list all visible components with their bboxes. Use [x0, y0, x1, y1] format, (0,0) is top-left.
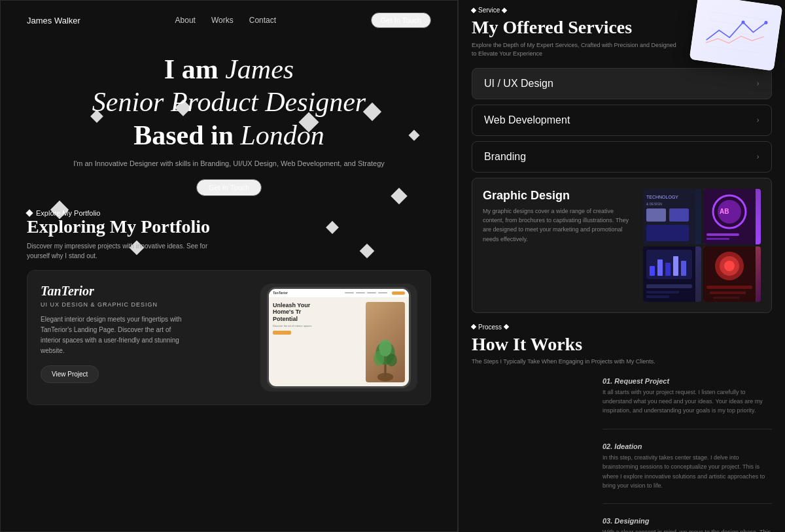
project-mockup: TanTerior Unleash YourHome's T [260, 284, 417, 391]
svg-rect-17 [669, 208, 689, 222]
hero-subtitle: I'm an Innovative Designer with skills i… [40, 158, 418, 170]
view-project-button[interactable]: View Project [41, 365, 99, 383]
tag-diamond-icon [502, 7, 507, 12]
process-step-desc: It all starts with your project request.… [602, 388, 772, 416]
tag-diamond-icon [504, 324, 509, 329]
chevron-right-icon: › [756, 152, 759, 162]
service-desc: Explore the Depth of My Expert Services,… [472, 41, 681, 59]
tablet-frame: TanTerior Unleash YourHome's T [267, 287, 411, 388]
project-type: UI UX DESIGN & GRAPHIC DESIGN [41, 301, 247, 308]
svg-rect-39 [706, 286, 752, 289]
process-step-3: 03. Designing With a clear concept in mi… [602, 517, 772, 532]
tablet-logo: TanTerior [273, 291, 288, 295]
service-item-label: Branding [484, 151, 526, 163]
svg-text:TECHNOLOGY: TECHNOLOGY [646, 195, 678, 199]
process-title: How It Works [472, 333, 772, 356]
chevron-right-icon: › [756, 78, 759, 89]
nav-link-contact[interactable]: Contact [249, 16, 276, 25]
nav-link-works[interactable]: Works [211, 16, 234, 25]
right-panel: Service My Offered Services Explore the … [458, 0, 785, 532]
graphic-design-card: Graphic Design My graphic designs cover … [472, 178, 772, 313]
service-item-uiux[interactable]: UI / UX Design › [472, 68, 772, 99]
tablet-nav-item [345, 292, 354, 293]
project-name: TanTerior [41, 284, 247, 299]
service-header: Service My Offered Services Explore the … [472, 7, 772, 59]
service-item-label: Web Development [484, 114, 570, 126]
svg-line-10 [705, 46, 761, 54]
tablet-screen: TanTerior Unleash YourHome's T [269, 289, 409, 386]
tablet-hero-title: Unleash YourHome's TrPotential [273, 302, 363, 323]
tablet-hero-text: Unleash YourHome's TrPotential Discover … [273, 302, 363, 382]
project-card: TanTerior UI UX DESIGN & GRAPHIC DESIGN … [27, 270, 431, 405]
process-steps: 01. Request Project It all starts with y… [472, 377, 772, 532]
process-step-num: 01. Request Project [602, 377, 772, 385]
graphic-design-images: TECHNOLOGY & DESIGN AB [643, 189, 761, 302]
svg-rect-18 [646, 225, 689, 241]
svg-rect-30 [673, 256, 678, 276]
hero-title: I am James Senior Product Designer Based… [40, 53, 418, 152]
service-item-branding[interactable]: Branding › [472, 141, 772, 173]
tablet-nav-cta [392, 291, 405, 295]
process-tag: Process [472, 324, 772, 331]
svg-rect-27 [650, 266, 655, 276]
svg-rect-28 [657, 259, 663, 276]
svg-rect-16 [646, 208, 666, 222]
svg-rect-41 [713, 297, 739, 299]
gd-image-4 [703, 246, 761, 302]
gd-image-1: TECHNOLOGY & DESIGN [643, 189, 701, 244]
chevron-right-icon: › [756, 115, 759, 125]
nav-link-about[interactable]: About [175, 16, 196, 25]
svg-rect-33 [646, 291, 679, 293]
tag-diamond-icon [471, 324, 476, 329]
service-tag: Service [472, 7, 687, 14]
process-step-2: 02. Ideation In this step, creativity ta… [602, 442, 772, 505]
service-title: My Offered Services [472, 16, 687, 39]
service-image-inner [689, 0, 783, 71]
svg-point-38 [724, 261, 735, 271]
portfolio-section: Explore My Portfolio Exploring My Portfo… [1, 203, 457, 405]
tablet-nav: TanTerior [269, 289, 409, 298]
service-item-webdev[interactable]: Web Development › [472, 105, 772, 136]
portfolio-main-title: Exploring My Portfolio [27, 217, 431, 237]
tablet-nav-links [345, 292, 387, 293]
tablet-nav-item [378, 292, 387, 293]
process-step-num: 03. Designing [602, 517, 772, 525]
tablet-hero: Unleash YourHome's TrPotential Discover … [269, 298, 409, 386]
chart-svg [699, 5, 773, 60]
left-panel: James Walker About Works Contact Get In … [0, 0, 458, 532]
svg-rect-23 [706, 233, 739, 236]
svg-line-6 [710, 12, 767, 20]
tablet-nav-item [367, 292, 376, 293]
process-section: Process How It Works The Steps I Typical… [472, 324, 772, 532]
svg-point-5 [379, 340, 392, 356]
nav-links: About Works Contact [175, 16, 277, 25]
process-step-desc: In this step, creativity takes center st… [602, 453, 772, 491]
process-tag-text: Process [478, 324, 502, 331]
gd-image-3 [643, 246, 701, 302]
svg-rect-29 [665, 263, 671, 276]
svg-rect-24 [706, 238, 729, 240]
portfolio-tag: Explore My Portfolio [36, 209, 100, 217]
process-left [472, 377, 589, 532]
service-tag-text: Service [478, 7, 500, 14]
process-step-desc: With a clear concept in mind, we move to… [602, 527, 772, 532]
tablet-nav-item [356, 292, 365, 293]
process-desc: The Steps I Typically Take When Engaging… [472, 357, 681, 367]
gd-image-2: AB [703, 189, 761, 244]
project-description: Elegant interior design meets your finge… [41, 314, 184, 356]
svg-rect-40 [710, 291, 746, 294]
graphic-design-info: Graphic Design My graphic designs cover … [483, 189, 634, 302]
process-step-num: 02. Ideation [602, 442, 772, 450]
svg-rect-31 [681, 261, 686, 276]
svg-line-7 [709, 20, 765, 28]
svg-line-9 [706, 37, 763, 45]
process-step-1: 01. Request Project It all starts with y… [602, 377, 772, 429]
tablet-hero-sub: Discover the art of interior spaces [273, 324, 363, 328]
tablet-hero-image [366, 302, 405, 382]
svg-rect-32 [646, 284, 692, 288]
nav-cta-button[interactable]: Get In Touch [371, 12, 431, 28]
section-diamond-icon [26, 209, 33, 216]
portfolio-desc: Discover my impressive projects with inn… [27, 241, 223, 261]
graphic-design-desc: My graphic designs cover a wide range of… [483, 207, 634, 244]
hero-cta-button[interactable]: Get In Touch [196, 179, 262, 196]
